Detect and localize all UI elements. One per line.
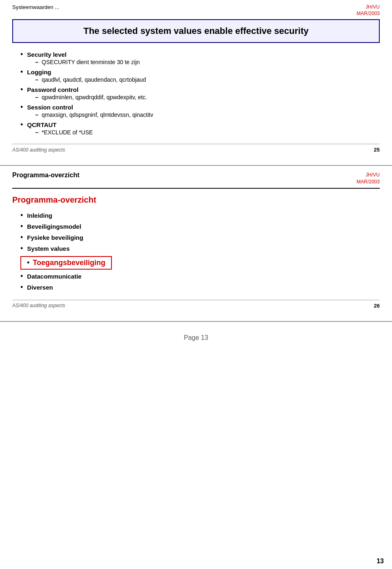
highlighted-title: Toegangsbeveiliging [33,259,105,267]
slide-2-id: JH/VU MAR/2003 [356,172,380,185]
bullet-dot: • [20,283,23,292]
bullet-content: Session control – qmaxsign, qdspsgninf, … [27,104,380,118]
sub-bullet: – qpwdminlen, qpwdrqddif, qpwdexpitv, et… [35,94,380,100]
bullet-title: Diversen [27,284,53,291]
bullet-dot: • [20,50,23,59]
slide-1: Systeemwaarden ... JH/VU MAR/2003 The se… [0,0,392,166]
sub-dash: – [35,59,38,65]
sub-bullet: – QSECURITY dient tenminste 30 te zijn [35,59,380,65]
list-item: • Logging – qaudlvl, qaudctl, qaudendacn… [20,69,380,83]
list-item: • Security level – QSECURITY dient tenmi… [20,51,380,65]
sub-text: QSECURITY dient tenminste 30 te zijn [42,59,140,65]
bullet-title: Logging [27,69,51,76]
bullet-dot: • [20,233,23,242]
bullet-dot: • [20,222,23,231]
slide-2: Programma-overzicht JH/VU MAR/2003 Progr… [0,166,392,322]
bullet-content: Logging – qaudlvl, qaudctl, qaudendacn, … [27,69,380,83]
slide-2-header: Programma-overzicht JH/VU MAR/2003 [12,172,380,189]
footer-page: 26 [374,303,380,309]
bullet-dot: • [20,68,23,76]
slide-1-footer: AS/400 auditing aspects 25 [12,144,380,153]
bullet-title: System values [27,245,69,252]
bullet-dot: • [20,103,23,112]
sub-text: qpwdminlen, qpwdrqddif, qpwdexpitv, etc. [42,94,147,100]
list-item-highlighted: •Toegangsbeveiliging [20,256,380,270]
sub-text: *EXCLUDE of *USE [42,129,93,136]
bullet-section-1: • Security level – QSECURITY dient tenmi… [20,51,380,136]
main-heading-box: The selected system values enable effect… [12,19,380,43]
list-item: • Fysieke beveiliging [20,234,380,242]
bullet-title: Password control [27,86,78,93]
slide-2-bullets: • Inleiding • Beveiligingsmodel • Fysiek… [20,212,380,292]
sub-dash: – [35,112,38,118]
footer-label: AS/400 auditing aspects [12,147,65,153]
bullet-title: Fysieke beveiliging [27,234,83,241]
list-item: • Inleiding [20,212,380,220]
footer-label: AS/400 auditing aspects [12,303,65,308]
bullet-title: Beveiligingsmodel [27,223,81,230]
bullet-title: Datacommunicatie [27,273,81,280]
sub-dash: – [35,76,38,83]
sub-bullet: – *EXCLUDE of *USE [35,129,380,136]
bullet-title: Session control [27,104,73,111]
slide-1-header: Systeemwaarden ... JH/VU MAR/2003 [12,4,380,17]
bullet-title: Security level [27,51,67,58]
slide-1-id: JH/VU MAR/2003 [356,4,380,17]
main-heading: The selected system values enable effect… [21,26,371,36]
slide-2-footer: AS/400 auditing aspects 26 [12,300,380,309]
slide-1-title: Systeemwaarden ... [12,4,59,10]
sub-bullet: – qmaxsign, qdspsgninf, qlmtdevssn, qina… [35,112,380,118]
page-label: Page 13 [0,334,392,341]
sub-text: qaudlvl, qaudctl, qaudendacn, qcrtobjaud [42,76,146,83]
footer-page: 25 [374,147,380,153]
sub-bullet: – qaudlvl, qaudctl, qaudendacn, qcrtobja… [35,76,380,83]
bullet-content: QCRTAUT – *EXCLUDE of *USE [27,121,380,136]
bullet-title: Inleiding [27,212,52,219]
bullet-content: Password control – qpwdminlen, qpwdrqddi… [27,86,380,100]
list-item: • Session control – qmaxsign, qdspsgninf… [20,104,380,118]
slide-2-main-title: Programma-overzicht [12,195,380,205]
bullet-dot: • [20,211,23,220]
list-item: • Datacommunicatie [20,273,380,281]
slide-2-header-title: Programma-overzicht [12,172,80,179]
list-item: • System values [20,245,380,253]
bullet-dot: • [20,272,23,281]
sub-dash: – [35,129,38,136]
sub-dash: – [35,94,38,100]
sub-text: qmaxsign, qdspsgninf, qlmtdevssn, qinact… [42,112,153,118]
corner-number: 13 [376,558,384,565]
bullet-title: QCRTAUT [27,121,56,128]
list-item: • Beveiligingsmodel [20,223,380,231]
highlighted-bullet-box: •Toegangsbeveiliging [20,256,112,270]
bullet-dot: • [20,85,23,94]
list-item: • Password control – qpwdminlen, qpwdrqd… [20,86,380,100]
list-item: • QCRTAUT – *EXCLUDE of *USE [20,121,380,136]
list-item: • Diversen [20,284,380,292]
bullet-dot: • [20,244,23,253]
bullet-dot: • [20,120,23,129]
bullet-content: Security level – QSECURITY dient tenmins… [27,51,380,65]
bullet-dot: • [27,259,29,267]
page-section: Page 13 [0,334,392,347]
